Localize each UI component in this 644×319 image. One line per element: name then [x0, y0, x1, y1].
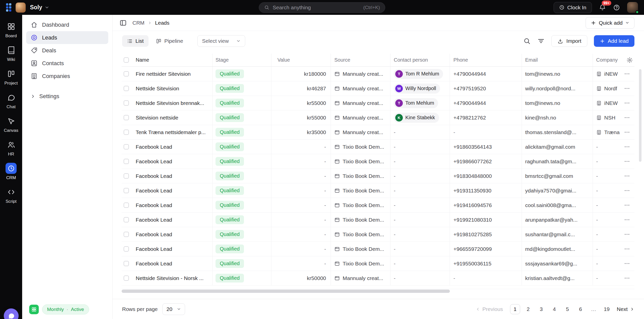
- row-checkbox[interactable]: [122, 256, 136, 271]
- table-row[interactable]: Facebook LeadQualified-Tixio Book Dem...…: [122, 242, 634, 256]
- column-header-name[interactable]: Name: [136, 54, 212, 66]
- row-checkbox[interactable]: [122, 140, 136, 154]
- tab-pipeline[interactable]: Pipeline: [151, 35, 188, 47]
- row-checkbox[interactable]: [122, 81, 136, 96]
- sidebar-item-deals[interactable]: Deals: [26, 44, 108, 57]
- table-row[interactable]: Nettside SitevisionQualifiedkr46287Mannu…: [122, 81, 634, 96]
- row-actions-button[interactable]: [624, 100, 630, 106]
- user-avatar[interactable]: [627, 2, 638, 13]
- row-checkbox[interactable]: [122, 67, 136, 81]
- quick-add-button[interactable]: Quick add: [586, 17, 634, 29]
- sidebar-item-contacts[interactable]: Contacts: [26, 57, 108, 70]
- row-actions-button[interactable]: [624, 158, 630, 165]
- contact-chip[interactable]: TTom R Mehlum: [394, 69, 443, 79]
- page-button-3[interactable]: 3: [536, 304, 546, 314]
- page-button-5[interactable]: 5: [562, 304, 573, 314]
- rail-item-chat[interactable]: Chat: [0, 92, 22, 109]
- page-button-6[interactable]: 6: [576, 304, 586, 314]
- rail-item-hr[interactable]: HR: [0, 139, 22, 157]
- lead-name[interactable]: Facebook Lead: [136, 256, 212, 271]
- sidebar-item-leads[interactable]: Leads: [26, 31, 108, 44]
- table-row[interactable]: Facebook LeadQualified-Tixio Book Dem...…: [122, 140, 634, 154]
- row-actions-button[interactable]: [624, 231, 630, 238]
- table-row[interactable]: Facebook LeadQualified-Tixio Book Dem...…: [122, 227, 634, 242]
- row-checkbox[interactable]: [122, 271, 136, 285]
- horizontal-scrollbar[interactable]: [122, 290, 450, 293]
- sidebar-item-dashboard[interactable]: Dashboard: [26, 18, 108, 31]
- page-overflow-button[interactable]: …: [589, 304, 599, 314]
- table-settings-button[interactable]: [626, 57, 633, 63]
- rows-per-page-select[interactable]: 20: [162, 303, 185, 315]
- row-checkbox[interactable]: [122, 183, 136, 198]
- lead-name[interactable]: Fire nettsider Sitevision: [136, 67, 212, 81]
- row-actions-button[interactable]: [624, 260, 630, 267]
- row-actions-button[interactable]: [624, 129, 630, 136]
- select-all-checkbox[interactable]: [122, 54, 136, 66]
- lead-name[interactable]: Facebook Lead: [136, 183, 212, 198]
- next-page-button[interactable]: Next: [617, 306, 634, 312]
- import-button[interactable]: Import: [551, 35, 588, 47]
- breadcrumb-root[interactable]: CRM: [132, 20, 145, 26]
- column-header-stage[interactable]: Stage: [212, 54, 271, 66]
- table-row[interactable]: Facebook LeadQualified-Tixio Book Dem...…: [122, 256, 634, 271]
- collapse-sidebar-button[interactable]: [119, 19, 127, 27]
- table-row[interactable]: Facebook LeadQualified-Tixio Book Dem...…: [122, 169, 634, 183]
- filter-button[interactable]: [537, 37, 545, 45]
- row-actions-button[interactable]: [624, 202, 630, 209]
- table-row[interactable]: Facebook LeadQualified-Tixio Book Dem...…: [122, 198, 634, 213]
- row-checkbox[interactable]: [122, 110, 136, 125]
- lead-name[interactable]: Sitevision nettside: [136, 110, 212, 125]
- subscription-status[interactable]: Monthly · Active: [42, 304, 89, 314]
- column-header-value[interactable]: Value: [271, 54, 331, 66]
- table-row[interactable]: Facebook LeadQualified-Tixio Book Dem...…: [122, 183, 634, 198]
- sidebar-item-companies[interactable]: Companies: [26, 70, 108, 83]
- row-actions-button[interactable]: [624, 187, 630, 194]
- column-header-source[interactable]: Source: [331, 54, 390, 66]
- rail-item-script[interactable]: Script: [0, 186, 22, 204]
- row-checkbox[interactable]: [122, 198, 136, 212]
- row-checkbox[interactable]: [122, 96, 136, 110]
- table-row[interactable]: Nettside Sitevision brennak...Qualifiedk…: [122, 96, 634, 110]
- table-row[interactable]: Nettside Sitevision - Norsk ...Qualified…: [122, 271, 634, 286]
- contact-chip[interactable]: KKine Stabekk: [394, 113, 439, 123]
- page-button-2[interactable]: 2: [523, 304, 533, 314]
- column-header-phone[interactable]: Phone: [450, 54, 522, 66]
- contact-chip[interactable]: TTom Mehlum: [394, 98, 438, 108]
- add-lead-button[interactable]: Add lead: [594, 35, 634, 47]
- row-actions-button[interactable]: [624, 114, 630, 121]
- page-button-last[interactable]: 19: [602, 304, 612, 314]
- lead-name[interactable]: Tenk Træna nettsidemaler p...: [136, 125, 212, 139]
- row-checkbox[interactable]: [122, 242, 136, 256]
- global-search-input[interactable]: Search anything (Ctrl+K): [259, 2, 385, 13]
- row-actions-button[interactable]: [624, 70, 630, 77]
- row-actions-button[interactable]: [624, 173, 630, 179]
- row-checkbox[interactable]: [122, 125, 136, 139]
- table-row[interactable]: Fire nettsider SitevisionQualifiedkr1800…: [122, 67, 634, 81]
- lead-name[interactable]: Nettside Sitevision: [136, 81, 212, 96]
- row-actions-button[interactable]: [624, 85, 630, 92]
- lead-name[interactable]: Facebook Lead: [136, 198, 212, 212]
- rail-item-canvas[interactable]: Canvas: [0, 115, 22, 133]
- table-row[interactable]: Facebook LeadQualified-Tixio Book Dem...…: [122, 154, 634, 169]
- lead-name[interactable]: Facebook Lead: [136, 154, 212, 169]
- lead-name[interactable]: Facebook Lead: [136, 213, 212, 227]
- vertical-scrollbar[interactable]: [639, 69, 641, 162]
- table-row[interactable]: Facebook LeadQualified-Tixio Book Dem...…: [122, 213, 634, 227]
- table-row[interactable]: Sitevision nettsideQualifiedkr55000Mannu…: [122, 110, 634, 125]
- column-header-email[interactable]: Email: [522, 54, 593, 66]
- column-header-company[interactable]: Company: [593, 54, 634, 66]
- lead-name[interactable]: Facebook Lead: [136, 242, 212, 256]
- row-checkbox[interactable]: [122, 227, 136, 242]
- row-actions-button[interactable]: [624, 216, 630, 223]
- view-selector-dropdown[interactable]: Select view: [197, 35, 245, 47]
- lead-name[interactable]: Nettside Sitevision - Norsk ...: [136, 271, 212, 285]
- notifications-button[interactable]: 99+: [599, 4, 606, 11]
- previous-page-button[interactable]: Previous: [476, 306, 503, 312]
- contact-chip[interactable]: WWilly Nordpoll: [394, 84, 440, 94]
- table-search-button[interactable]: [523, 37, 531, 45]
- lead-name[interactable]: Nettside Sitevision brennak...: [136, 96, 212, 110]
- row-actions-button[interactable]: [624, 246, 630, 252]
- sidebar-item-settings[interactable]: Settings: [26, 90, 108, 103]
- lead-name[interactable]: Facebook Lead: [136, 227, 212, 242]
- lead-name[interactable]: Facebook Lead: [136, 169, 212, 183]
